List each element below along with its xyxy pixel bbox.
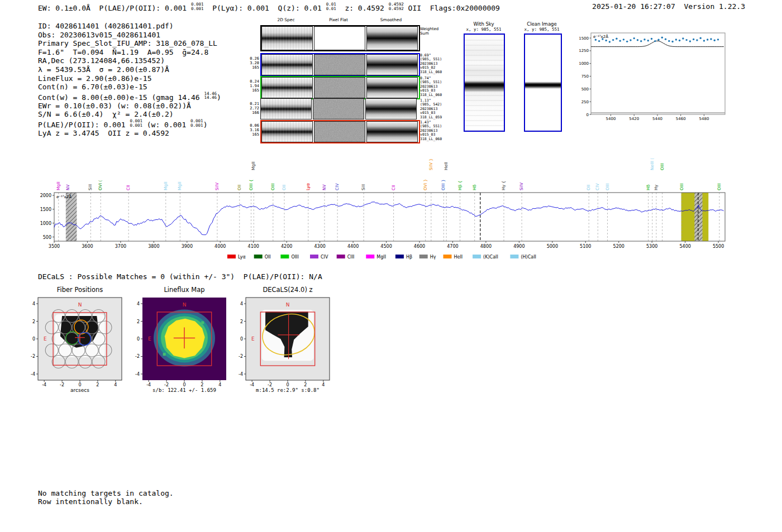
svg-text:4: 4: [114, 382, 117, 387]
spectrum-dot: [717, 39, 719, 40]
svg-text:5420: 5420: [629, 117, 639, 121]
svg-text:-4: -4: [135, 372, 140, 377]
svg-text:4400: 4400: [347, 244, 359, 249]
spectrum-dot: [605, 40, 607, 41]
spectrum-dot: [619, 40, 621, 41]
svg-text:5200: 5200: [613, 244, 624, 249]
spectrum-dot: [689, 40, 691, 42]
line-label: Hγ: [654, 184, 659, 190]
svg-text:5100: 5100: [580, 244, 591, 249]
with-sky-coords: x, y: 985, 551: [459, 27, 508, 32]
svg-text:4200: 4200: [281, 244, 292, 249]
spec2d-pixelflat-image: [314, 77, 365, 98]
legend-swatch: [280, 255, 289, 258]
line-label: NeIII (: [650, 158, 655, 170]
highlight-band: [66, 193, 77, 241]
decals-z-plot: -4-4-2-2002244NE: [225, 293, 336, 396]
spec2d-row: [260, 25, 420, 51]
svg-text:-2: -2: [164, 382, 169, 387]
line-label: CII: [126, 185, 131, 190]
stacked-uncertainty: 0.0010.001: [191, 2, 204, 11]
text-segment: (w: 0.001: [142, 121, 190, 129]
legend-label: (K)CaII: [483, 255, 498, 260]
fiber-positions-plot: -4-4-2-2002244NE: [17, 293, 128, 396]
legend-label: CIII: [347, 255, 355, 260]
spectrum-dot: [685, 39, 687, 41]
svg-text:-4: -4: [42, 382, 46, 387]
line-label: SiIV: [519, 182, 524, 190]
svg-text:4500: 4500: [380, 244, 392, 249]
spectrum-dot: [595, 39, 597, 41]
line-label: Hγ {: [501, 181, 506, 190]
line-label: MgII: [163, 181, 168, 190]
svg-text:500: 500: [43, 235, 51, 240]
text-segment: Cont(w) = 8.00(±0.00)e-15 (gmag 14.46: [38, 93, 204, 101]
svg-text:0: 0: [240, 337, 243, 342]
legend-swatch: [254, 255, 263, 258]
svg-text:3700: 3700: [115, 244, 126, 249]
spec2d-smoothed-image: [366, 54, 418, 75]
spectrum-dot: [609, 41, 611, 42]
spec2d-pixelflat-image: [314, 54, 365, 75]
svg-text:5460: 5460: [676, 117, 686, 121]
with-sky-image: [464, 33, 505, 132]
spectrum-dot: [707, 39, 708, 40]
svg-text:750: 750: [581, 74, 589, 79]
catalog-footer-line2: Row intentionally blank.: [38, 497, 143, 506]
legend-label: Lyα: [238, 255, 246, 260]
spectrum-dot: [657, 39, 659, 41]
zoom-chart-svg: 0250500750100012501500540054205440546054…: [575, 25, 735, 126]
spectrum-dot: [696, 39, 698, 41]
text-segment: ): [203, 121, 208, 129]
spectrum-dot: [665, 38, 666, 40]
svg-text:2: 2: [137, 319, 140, 324]
timestamp-version: 2025-01-20 16:27:07 Version 1.22.3: [592, 2, 745, 11]
info-line: LineFlux = 2.90(±0.86)e-15: [38, 74, 221, 83]
line-label: SiII: [361, 184, 366, 190]
fiber-positions-title: Fiber Positions: [24, 286, 136, 294]
spec2d-col-title: Smoothed: [365, 17, 417, 22]
spec2d-2dspec-image: [261, 77, 313, 98]
line-label: OII: [237, 185, 242, 190]
svg-text:-2: -2: [135, 354, 140, 359]
spectrum-dot: [671, 41, 673, 42]
emission-line-zoom-chart: 0250500750100012501500540054205440546054…: [575, 25, 735, 128]
svg-text:4: 4: [137, 301, 140, 306]
svg-text:3900: 3900: [182, 244, 193, 249]
east-label: E: [148, 336, 151, 342]
spectrum-dot: [630, 39, 631, 41]
line-label: OIII: [679, 183, 684, 190]
svg-text:4900: 4900: [513, 244, 524, 249]
info-line: Primary Spec_Slot_IFU_AMP: 318_026_078_L…: [38, 39, 221, 48]
svg-text:4300: 4300: [314, 244, 325, 249]
svg-text:5000: 5000: [547, 244, 558, 249]
svg-text:-4: -4: [250, 382, 254, 387]
svg-text:4: 4: [218, 382, 221, 387]
legend-swatch: [395, 255, 404, 258]
line-label: OIII: [270, 183, 275, 190]
text-segment: EWr = 0.10(±0.03) (w: 0.08(±0.02))Å: [38, 102, 191, 110]
text-segment: z: 0.4592: [336, 4, 389, 12]
clean-image-coords: x, y: 985, 551: [518, 27, 565, 32]
spec2d-row: [260, 120, 420, 143]
text-segment: P(Lyα): 0.001 Q(z): 0.01: [204, 4, 326, 12]
line-label: Hδ: [472, 184, 477, 190]
north-label: N: [183, 302, 187, 308]
text-segment: LineFlux = 2.90(±0.86)e-15: [38, 74, 152, 83]
text-segment: P(LAE)/P(OII): 0.001: [38, 121, 130, 129]
spectrum-dot: [598, 40, 600, 42]
spec2d-2dspec-image: [261, 121, 313, 142]
text-segment: EW: 0.1±0.0Å P(LAE)/P(OII): 0.001: [38, 4, 191, 12]
legend-swatch: [310, 255, 318, 258]
svg-text:2: 2: [32, 319, 35, 324]
legend-label: Hβ: [406, 255, 412, 260]
spec2d-pixelflat-image: [314, 26, 365, 50]
svg-text:0: 0: [32, 337, 35, 342]
line-label: CIV: [595, 183, 600, 190]
spectrum-dot: [647, 40, 649, 41]
svg-text:-4: -4: [146, 382, 151, 387]
clean-image-column: Clean Image x, y: 985, 551: [518, 21, 565, 132]
lineflux-map-svg: -4-4-2-2002244NE: [121, 293, 233, 394]
spectrum-dot: [616, 38, 617, 40]
spectrum-dot: [651, 38, 652, 40]
